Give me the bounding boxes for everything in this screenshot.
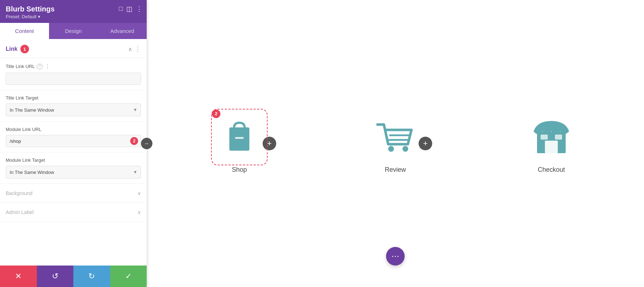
svg-rect-7 xyxy=(545,141,558,153)
shop-badge: 2 xyxy=(212,110,220,118)
review-blurb-wrapper: Review + xyxy=(372,114,432,174)
sidebar: Blurb Settings Preset: Default ▾ □ ◫ ⋮ C… xyxy=(0,0,147,287)
tabs: Content Design Advanced xyxy=(0,23,147,39)
undo-button[interactable]: ↺ xyxy=(37,266,74,287)
module-link-target-group: Module Link Target In The Same Window In… xyxy=(0,152,147,184)
title-link-target-group: Title Link Target In The Same Window In … xyxy=(0,90,147,122)
admin-label-section-header[interactable]: Admin Label ∨ xyxy=(0,203,147,222)
shop-icon-wrap xyxy=(216,114,263,160)
checkout-label: Checkout xyxy=(538,166,565,174)
link-section-title: Link 1 xyxy=(6,45,29,53)
svg-point-3 xyxy=(402,146,408,152)
svg-rect-9 xyxy=(555,135,562,140)
review-icon-wrap xyxy=(372,114,419,160)
add-after-shop-button[interactable]: + xyxy=(263,137,276,150)
canvas: 2 Shop + xyxy=(147,0,644,287)
blurb-item-shop[interactable]: 2 Shop xyxy=(216,114,263,174)
sidebar-body: Link 1 ∧ ⋮ Title Link URL ? ⋮ Title Link… xyxy=(0,39,147,266)
sidebar-preset[interactable]: Preset: Default ▾ xyxy=(6,14,141,19)
tab-content[interactable]: Content xyxy=(0,23,49,39)
title-link-url-input[interactable] xyxy=(6,73,141,85)
shop-blurb-wrapper: 2 Shop + xyxy=(216,114,276,174)
module-link-url-input[interactable] xyxy=(6,135,141,147)
blurb-item-checkout[interactable]: Checkout xyxy=(528,114,575,174)
module-link-url-input-wrapper: 2 xyxy=(6,135,141,147)
title-link-url-more-icon[interactable]: ⋮ xyxy=(45,63,50,70)
sidebar-footer: ✕ ↺ ↻ ✓ xyxy=(0,266,147,287)
shop-icon xyxy=(220,117,259,157)
admin-label-chevron-icon: ∨ xyxy=(137,209,141,215)
review-icon xyxy=(374,117,417,157)
module-link-url-badge: 2 xyxy=(130,137,138,145)
sidebar-header: Blurb Settings Preset: Default ▾ □ ◫ ⋮ xyxy=(0,0,147,23)
section-actions: ∧ ⋮ xyxy=(128,45,141,53)
grid-icon[interactable]: ◫ xyxy=(126,5,132,13)
admin-label-label: Admin Label xyxy=(6,209,34,215)
svg-rect-8 xyxy=(541,135,548,140)
checkout-icon xyxy=(530,117,573,157)
add-after-review-button[interactable]: + xyxy=(419,137,432,150)
resize-handle[interactable]: ↔ xyxy=(141,138,152,149)
cancel-button[interactable]: ✕ xyxy=(0,266,37,287)
collapse-icon[interactable]: □ xyxy=(119,5,123,13)
module-link-target-select[interactable]: In The Same Window In A New Tab xyxy=(6,166,141,179)
collapse-section-icon[interactable]: ∧ xyxy=(128,46,132,53)
link-label: Link xyxy=(6,46,18,52)
title-link-target-select[interactable]: In The Same Window In A New Tab xyxy=(6,103,141,116)
svg-point-2 xyxy=(388,146,394,152)
shop-label: Shop xyxy=(232,166,247,174)
background-section: Background ∨ xyxy=(0,184,147,203)
link-section-header: Link 1 ∧ ⋮ xyxy=(0,39,147,58)
svg-rect-0 xyxy=(229,127,249,151)
sidebar-header-icons: □ ◫ ⋮ xyxy=(119,5,142,13)
checkout-blurb-wrapper: Checkout xyxy=(528,114,575,174)
tab-advanced[interactable]: Advanced xyxy=(98,23,147,39)
review-label: Review xyxy=(385,166,406,174)
module-link-url-label: Module Link URL xyxy=(6,127,141,132)
module-link-target-wrapper: In The Same Window In A New Tab ▼ xyxy=(6,166,141,179)
section-more-icon[interactable]: ⋮ xyxy=(135,45,141,53)
floating-more-button[interactable]: ⋯ xyxy=(386,247,405,266)
module-link-url-group: Module Link URL 2 xyxy=(0,122,147,152)
svg-rect-1 xyxy=(235,137,244,139)
checkout-icon-wrap xyxy=(528,114,575,160)
title-link-url-help-icon[interactable]: ? xyxy=(37,64,43,69)
title-link-target-wrapper: In The Same Window In A New Tab ▼ xyxy=(6,103,141,116)
title-link-url-label: Title Link URL ? ⋮ xyxy=(6,63,141,70)
link-badge: 1 xyxy=(20,45,29,53)
more-icon[interactable]: ⋮ xyxy=(136,5,142,13)
admin-label-section: Admin Label ∨ xyxy=(0,203,147,222)
title-link-url-group: Title Link URL ? ⋮ xyxy=(0,58,147,90)
title-link-target-label: Title Link Target xyxy=(6,95,141,101)
background-section-header[interactable]: Background ∨ xyxy=(0,184,147,203)
tab-design[interactable]: Design xyxy=(49,23,98,39)
module-link-target-label: Module Link Target xyxy=(6,157,141,163)
blurb-item-review[interactable]: Review xyxy=(372,114,419,174)
background-chevron-icon: ∨ xyxy=(137,190,141,196)
background-label: Background xyxy=(6,190,33,196)
redo-button[interactable]: ↻ xyxy=(73,266,110,287)
save-button[interactable]: ✓ xyxy=(110,266,147,287)
